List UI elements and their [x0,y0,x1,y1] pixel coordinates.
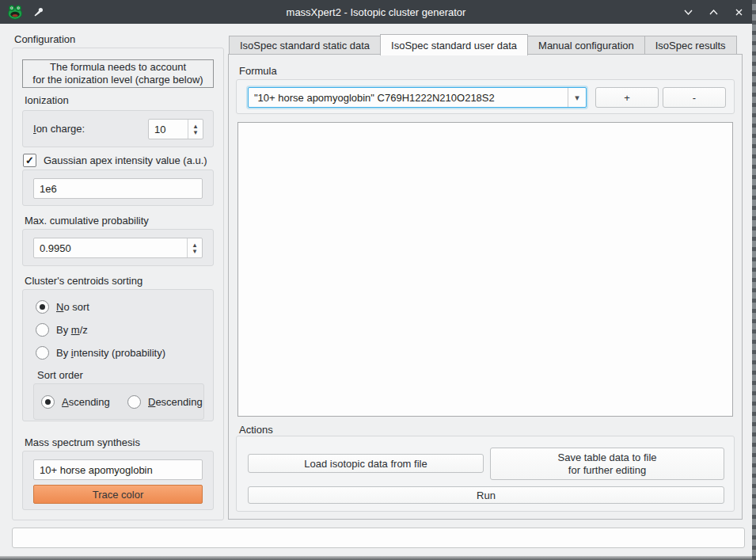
radio-no-sort[interactable]: No sort [36,300,89,314]
tab-isospec-standard-static-data[interactable]: IsoSpec standard static data [229,36,381,55]
radio-ascending[interactable]: Ascending [41,395,110,409]
background-window-edge [752,0,756,560]
spectrum-name-input[interactable] [34,460,202,479]
max-cumulative-input[interactable] [34,238,187,257]
mass-spectrum-label: Mass spectrum synthesis [25,436,140,448]
configuration-groupbox: The formula needs to account for the ion… [12,48,224,520]
save-button-line-2: for further editing [568,464,646,477]
max-cumulative-groupbox: ▴ ▾ [22,229,214,266]
status-bar [12,528,745,548]
save-button-line-1: Save table data to file [557,451,656,464]
close-icon[interactable] [731,5,746,19]
tab-bar: IsoSpec standard static data IsoSpec sta… [229,33,737,55]
sort-order-groupbox: Ascending Descending [33,383,204,420]
spin-down-icon[interactable]: ▾ [194,130,198,135]
radio-label: Descending [148,396,203,408]
actions-label: Actions [239,424,273,436]
max-cumulative-label: Max. cumulative probability [25,215,149,227]
isotopic-data-table[interactable] [237,122,733,417]
titlebar[interactable]: massXpert2 - Isotopic cluster generator [0,0,752,24]
formula-remove-button[interactable]: - [663,87,726,108]
max-cumulative-spinbox[interactable]: ▴ ▾ [33,238,203,258]
radio-icon[interactable] [36,346,49,360]
ionization-label: Ionization [25,94,69,106]
sorting-label: Cluster's centroids sorting [25,275,142,287]
gaussian-checkbox-label: Gaussian apex intensity value (a.u.) [44,154,207,166]
window-controls [681,0,746,24]
formula-combobox-input[interactable] [249,88,568,107]
ion-charge-input[interactable] [149,120,188,139]
radio-icon[interactable] [36,300,49,314]
radio-label: Ascending [62,396,110,408]
radio-icon[interactable] [41,395,55,409]
mass-spectrum-groupbox: Trace color [22,451,214,510]
tab-manual-configuration[interactable]: Manual configuration [527,36,645,55]
tab-isospec-results[interactable]: IsoSpec results [644,36,737,55]
configuration-title: Configuration [14,33,75,45]
run-button[interactable]: Run [248,486,724,504]
trace-color-button[interactable]: Trace color [33,485,203,504]
radio-by-intensity[interactable]: By intensity (probability) [36,346,165,360]
radio-label: No sort [56,301,89,313]
notice-line-1: The formula needs to account [50,61,186,74]
radio-label: By m/z [56,324,88,336]
formula-groupbox: ▾ + - [236,79,735,114]
spectrum-name-field[interactable] [33,459,203,480]
gaussian-checkbox[interactable]: ✓ [23,154,36,167]
combobox-dropdown-button[interactable]: ▾ [568,88,586,107]
gaussian-value-field[interactable] [33,178,203,199]
formula-add-button[interactable]: + [595,87,659,108]
sorting-groupbox: No sort By m/z By intensity (probability… [22,289,214,421]
ion-charge-label: Ion charge: [33,123,85,135]
actions-groupbox: Load isotopic data from file Save table … [236,436,735,512]
spin-down-icon[interactable]: ▾ [193,249,197,254]
maximize-icon[interactable] [706,5,720,19]
formula-combobox[interactable]: ▾ [248,87,587,108]
max-cumulative-spin-buttons[interactable]: ▴ ▾ [187,238,202,257]
minimize-icon[interactable] [681,5,695,19]
app-window: massXpert2 - Isotopic cluster generator … [0,0,756,560]
gaussian-checkbox-row[interactable]: ✓ Gaussian apex intensity value (a.u.) [23,154,207,167]
radio-descending[interactable]: Descending [127,395,203,409]
radio-label: By intensity (probability) [56,347,165,359]
window-bottom-edge [0,556,752,560]
formula-label: Formula [239,65,277,77]
ion-charge-spin-buttons[interactable]: ▴ ▾ [188,120,203,139]
gaussian-value-input[interactable] [34,179,202,198]
chevron-down-icon: ▾ [575,93,579,103]
window-title: massXpert2 - Isotopic cluster generator [0,6,752,18]
save-table-data-button[interactable]: Save table data to file for further edit… [490,448,724,480]
radio-icon[interactable] [127,395,141,409]
sort-order-label: Sort order [37,369,83,381]
gaussian-groupbox [22,170,214,206]
ionization-groupbox: Ion charge: ▴ ▾ [22,110,214,147]
load-isotopic-data-button[interactable]: Load isotopic data from file [248,454,484,473]
tab-content-pane: Formula ▾ + - Actions Load isotopic data… [228,54,743,520]
ionization-notice: The formula needs to account for the ion… [22,59,214,88]
ion-charge-spinbox[interactable]: ▴ ▾ [148,119,203,139]
radio-by-mz[interactable]: By m/z [36,323,88,337]
notice-line-2: for the ionization level (charge below) [32,74,203,86]
radio-icon[interactable] [36,323,49,337]
tab-isospec-standard-user-data[interactable]: IsoSpec standard user data [380,34,528,55]
